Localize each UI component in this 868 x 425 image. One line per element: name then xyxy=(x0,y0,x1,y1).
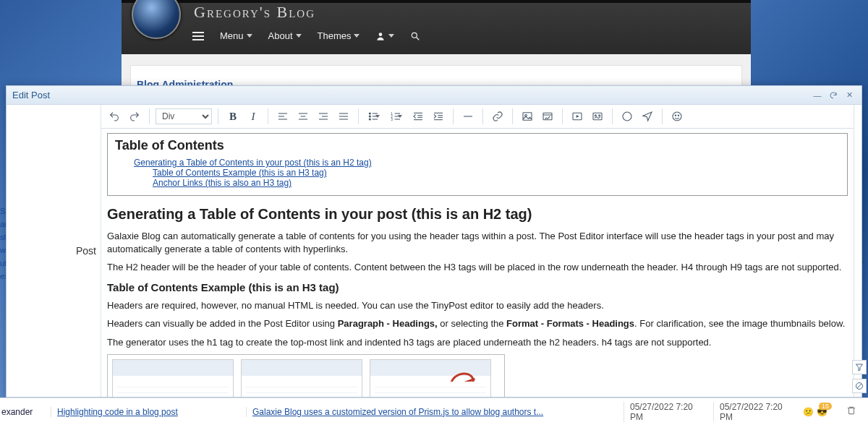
toc-link-2[interactable]: Table of Contents Example (this is an H3… xyxy=(153,168,840,178)
delete-button[interactable] xyxy=(846,405,868,418)
align-left-icon xyxy=(277,111,289,122)
desc-cell[interactable]: Galaxie Blog uses a customized version o… xyxy=(246,407,624,417)
minimize-button[interactable]: — xyxy=(811,89,824,102)
toc-link-1[interactable]: Generating a Table of Contents in your p… xyxy=(134,158,840,168)
svg-rect-52 xyxy=(849,408,854,414)
gallery-button[interactable] xyxy=(589,108,606,125)
hr-icon xyxy=(462,111,474,122)
content-p2: The H2 header will be the header of your… xyxy=(107,261,848,274)
svg-point-1 xyxy=(412,33,417,38)
nav-about[interactable]: About xyxy=(268,30,302,41)
format-select[interactable]: Div xyxy=(156,108,212,124)
chevron-down-icon xyxy=(354,34,359,38)
nav-hamburger[interactable] xyxy=(192,32,204,40)
svg-rect-42 xyxy=(593,113,602,119)
toc-title: Table of Contents xyxy=(115,138,840,153)
svg-line-2 xyxy=(417,37,420,40)
location-button[interactable] xyxy=(639,108,656,125)
number-list-icon: 123 xyxy=(390,111,401,122)
nav-themes-label: Themes xyxy=(318,30,352,41)
undo-icon xyxy=(109,111,120,122)
toc-link-3[interactable]: Anchor Links (this is also an H3 tag) xyxy=(153,178,840,188)
title-cell[interactable]: Highlighting code in a blog post xyxy=(51,407,246,417)
badge-count: 15 xyxy=(819,403,832,410)
video-button[interactable] xyxy=(569,108,586,125)
align-right-button[interactable] xyxy=(315,108,332,125)
close-button[interactable]: ✕ xyxy=(843,89,856,102)
reaction-cool-icon[interactable]: 😎15 xyxy=(817,407,827,417)
chevron-down-icon xyxy=(296,34,302,38)
reaction-confused-icon[interactable]: 😕 xyxy=(803,407,814,417)
align-left-button[interactable] xyxy=(274,108,292,125)
site-title: Gregory's Blog xyxy=(194,3,315,22)
link-button[interactable] xyxy=(489,108,506,125)
undo-button[interactable] xyxy=(106,108,123,125)
editor-content[interactable]: Table of Contents Generating a Table of … xyxy=(101,129,854,397)
thumbnail-row: Heading 1Heading 2 Heading 1Heading 2 xyxy=(107,354,505,397)
content-p3: Headers are required, however, no manual… xyxy=(107,299,848,312)
video-icon xyxy=(571,111,583,122)
svg-marker-41 xyxy=(576,115,579,118)
thumbnail-3[interactable] xyxy=(370,359,491,397)
grid-row[interactable]: exander Highlighting code in a blog post… xyxy=(0,398,868,425)
media-icon xyxy=(542,111,553,122)
bold-icon: B xyxy=(229,111,237,123)
bold-button[interactable]: B xyxy=(224,108,242,125)
nav-menu[interactable]: Menu xyxy=(220,30,252,41)
number-list-button[interactable]: 123 xyxy=(387,108,404,125)
content-h3-1: Table of Contents Example (this is an H3… xyxy=(107,281,848,293)
field-label-post: Post xyxy=(76,245,96,257)
emoji-button[interactable] xyxy=(668,108,686,125)
hr-button[interactable] xyxy=(459,108,477,125)
nav-about-label: About xyxy=(268,30,293,41)
bullet-list-button[interactable] xyxy=(365,108,382,125)
link-icon xyxy=(492,111,503,122)
italic-button[interactable]: I xyxy=(244,108,262,125)
svg-point-0 xyxy=(379,33,383,36)
trash-icon xyxy=(846,405,856,416)
nav-user[interactable] xyxy=(375,31,394,41)
svg-point-45 xyxy=(623,112,631,121)
content-p5: The generator uses the h1 tag to create … xyxy=(107,336,848,349)
content-p4: Headers can visually be added in the Pos… xyxy=(107,317,848,330)
refresh-icon xyxy=(829,91,838,100)
thumbnail-1[interactable]: Heading 1Heading 2 xyxy=(112,359,234,397)
globe-button[interactable] xyxy=(618,108,636,125)
indent-button[interactable] xyxy=(430,108,447,125)
site-logo[interactable] xyxy=(132,0,181,39)
location-icon xyxy=(642,111,653,122)
svg-line-51 xyxy=(857,384,861,388)
italic-icon: I xyxy=(252,111,255,123)
image-icon xyxy=(522,111,533,122)
clear-filter-button[interactable] xyxy=(852,379,867,393)
toc-box: Table of Contents Generating a Table of … xyxy=(107,133,848,196)
content-h2-1: Generating a Table of Contents in your p… xyxy=(107,206,848,223)
filter-button[interactable] xyxy=(852,360,867,374)
nav-search[interactable] xyxy=(410,31,420,41)
outdent-button[interactable] xyxy=(409,108,427,125)
align-justify-icon xyxy=(338,111,349,122)
svg-text:3: 3 xyxy=(391,118,393,121)
svg-marker-49 xyxy=(856,364,863,371)
date2-cell: 05/27/2022 7:20 PM xyxy=(713,402,803,422)
svg-rect-36 xyxy=(523,113,532,121)
search-icon xyxy=(410,31,420,41)
outdent-icon xyxy=(412,111,424,122)
funnel-icon xyxy=(855,363,864,372)
refresh-button[interactable] xyxy=(827,89,840,102)
hamburger-icon xyxy=(192,32,204,40)
user-icon xyxy=(375,31,386,41)
svg-point-44 xyxy=(599,115,600,116)
svg-point-43 xyxy=(595,115,596,116)
media-button[interactable] xyxy=(539,108,556,125)
image-button[interactable] xyxy=(519,108,536,125)
align-justify-button[interactable] xyxy=(335,108,352,125)
nav-themes[interactable]: Themes xyxy=(318,30,360,41)
svg-point-16 xyxy=(369,116,370,117)
nav-menu-label: Menu xyxy=(220,30,244,41)
align-center-button[interactable] xyxy=(294,108,312,125)
redo-button[interactable] xyxy=(126,108,143,125)
thumbnail-2[interactable]: Heading 1Heading 2 xyxy=(241,359,362,397)
svg-point-17 xyxy=(369,119,370,120)
edit-post-dialog: Edit Post — ✕ Post Div B I xyxy=(6,85,862,398)
